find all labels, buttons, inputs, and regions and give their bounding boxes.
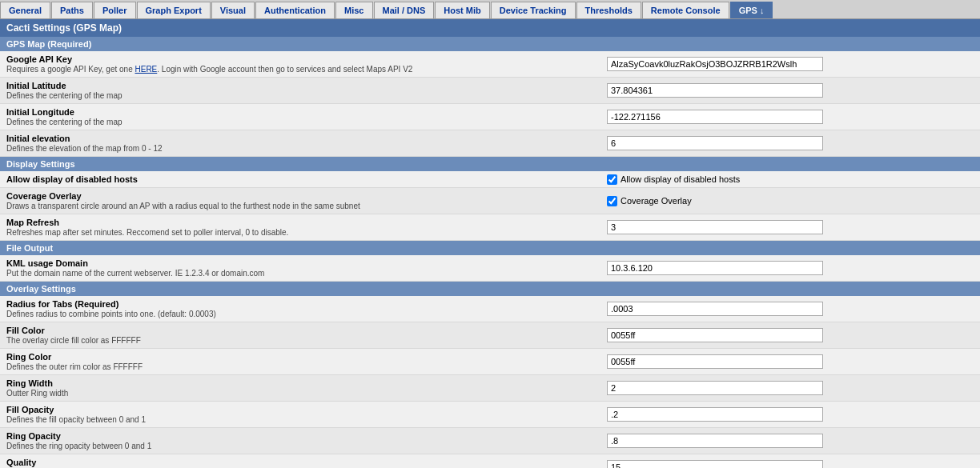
label-title-allow-disabled-hosts: Allow display of disabled hosts bbox=[6, 174, 138, 184]
input-initial-elevation[interactable] bbox=[607, 136, 823, 150]
label-title-radius-for-tabs: Radius for Tabs (Required) bbox=[6, 299, 118, 309]
tab-remote-console[interactable]: Remote Console bbox=[642, 2, 729, 18]
checkbox-label-coverage-overlay: Coverage Overlay bbox=[621, 196, 692, 206]
label-title-initial-longitude: Initial Longitude bbox=[6, 107, 74, 117]
label-desc-ring-opacity: Defines the ring opacity between 0 and 1 bbox=[6, 442, 594, 450]
settings-row-quality: Qualitynumber of divisions in circle (pr… bbox=[0, 454, 980, 469]
settings-row-coverage-overlay: Coverage OverlayDraws a transparent circ… bbox=[0, 188, 980, 214]
tab-poller[interactable]: Poller bbox=[94, 2, 136, 18]
checkbox-label-allow-disabled-hosts: Allow display of disabled hosts bbox=[621, 174, 740, 184]
label-title-ring-width: Ring Width bbox=[6, 378, 53, 388]
input-initial-longitude[interactable] bbox=[607, 110, 823, 124]
label-desc-initial-longitude: Defines the centering of the map bbox=[6, 118, 594, 126]
label-desc-radius-for-tabs: Defines radius to combine points into on… bbox=[6, 310, 594, 318]
page-title: Cacti Settings (GPS Map) bbox=[0, 19, 980, 37]
settings-row-fill-color: Fill ColorThe overlay circle fill color … bbox=[0, 322, 980, 349]
settings-row-google-api-key: Google API KeyRequires a google API Key,… bbox=[0, 51, 980, 78]
input-fill-opacity[interactable] bbox=[607, 407, 823, 422]
tab-misc[interactable]: Misc bbox=[335, 2, 372, 18]
settings-table-overlay-settings: Radius for Tabs (Required)Defines radius… bbox=[0, 296, 980, 468]
label-desc-google-api-key: Requires a google API Key, get one HERE.… bbox=[6, 65, 594, 74]
checkbox-coverage-overlay[interactable] bbox=[607, 196, 617, 206]
label-title-fill-opacity: Fill Opacity bbox=[6, 405, 54, 414]
settings-row-kml-usage-domain: KML usage DomainPut the domain name of t… bbox=[0, 255, 980, 282]
input-ring-width[interactable] bbox=[607, 381, 823, 395]
label-desc-map-refresh: Refreshes map after set minutes. Reccome… bbox=[6, 228, 594, 237]
settings-row-ring-color: Ring ColorDefines the outer rim color as… bbox=[0, 349, 980, 375]
input-kml-usage-domain[interactable] bbox=[607, 261, 823, 275]
label-title-fill-color: Fill Color bbox=[6, 326, 45, 335]
tab-visual[interactable]: Visual bbox=[211, 2, 255, 18]
label-desc-ring-color: Defines the outer rim color as FFFFFF bbox=[6, 362, 594, 371]
label-title-google-api-key: Google API Key bbox=[6, 54, 72, 64]
tab-paths[interactable]: Paths bbox=[51, 2, 93, 18]
settings-table-gps-map-required: Google API KeyRequires a google API Key,… bbox=[0, 51, 980, 157]
settings-row-initial-elevation: Initial elevationDefines the elevation o… bbox=[0, 130, 980, 157]
label-desc-ring-width: Outter Ring width bbox=[6, 389, 594, 398]
label-title-ring-opacity: Ring Opacity bbox=[6, 431, 61, 441]
settings-table-file-output: KML usage DomainPut the domain name of t… bbox=[0, 255, 980, 282]
input-fill-color[interactable] bbox=[607, 328, 823, 342]
settings-row-initial-longitude: Initial LongitudeDefines the centering o… bbox=[0, 104, 980, 130]
tab-general[interactable]: General bbox=[0, 2, 50, 18]
input-quality[interactable] bbox=[607, 460, 823, 468]
tab-device-tracking[interactable]: Device Tracking bbox=[491, 2, 576, 18]
label-title-initial-elevation: Initial elevation bbox=[6, 134, 70, 143]
label-title-ring-color: Ring Color bbox=[6, 352, 51, 362]
label-desc-fill-opacity: Defines the fill opacity between 0 and 1 bbox=[6, 415, 594, 424]
settings-table-display-settings: Allow display of disabled hostsAllow dis… bbox=[0, 171, 980, 241]
settings-row-initial-latitude: Initial LatitudeDefines the centering of… bbox=[0, 78, 980, 104]
section-header-gps-map-required: GPS Map (Required) bbox=[0, 37, 980, 51]
section-header-display-settings: Display Settings bbox=[0, 157, 980, 171]
tab-bar: GeneralPathsPollerGraph ExportVisualAuth… bbox=[0, 0, 980, 19]
settings-row-ring-width: Ring WidthOutter Ring width bbox=[0, 375, 980, 402]
label-desc-fill-color: The overlay circle fill color as FFFFFF bbox=[6, 336, 594, 345]
tab-mail---dns[interactable]: Mail / DNS bbox=[374, 2, 435, 18]
label-desc-initial-latitude: Defines the centering of the map bbox=[6, 91, 594, 100]
label-title-kml-usage-domain: KML usage Domain bbox=[6, 258, 88, 268]
tab-host-mib[interactable]: Host Mib bbox=[435, 2, 489, 18]
settings-row-radius-for-tabs: Radius for Tabs (Required)Defines radius… bbox=[0, 296, 980, 322]
settings-row-map-refresh: Map RefreshRefreshes map after set minut… bbox=[0, 214, 980, 241]
settings-row-allow-disabled-hosts: Allow display of disabled hostsAllow dis… bbox=[0, 171, 980, 188]
tab-authentication[interactable]: Authentication bbox=[255, 2, 335, 18]
label-desc-kml-usage-domain: Put the domain name of the current webse… bbox=[6, 269, 594, 278]
settings-row-fill-opacity: Fill OpacityDefines the fill opacity bet… bbox=[0, 402, 980, 428]
input-radius-for-tabs[interactable] bbox=[607, 302, 823, 316]
tab-graph-export[interactable]: Graph Export bbox=[137, 2, 211, 18]
checkbox-allow-disabled-hosts[interactable] bbox=[607, 174, 617, 185]
section-header-overlay-settings: Overlay Settings bbox=[0, 282, 980, 296]
label-title-initial-latitude: Initial Latitude bbox=[6, 81, 66, 90]
here-link[interactable]: HERE bbox=[135, 65, 157, 74]
label-title-quality: Quality bbox=[6, 458, 36, 467]
label-title-coverage-overlay: Coverage Overlay bbox=[6, 191, 82, 201]
input-google-api-key[interactable] bbox=[607, 57, 823, 71]
settings-row-ring-opacity: Ring OpacityDefines the ring opacity bet… bbox=[0, 428, 980, 454]
input-ring-color[interactable] bbox=[607, 354, 823, 369]
label-title-map-refresh: Map Refresh bbox=[6, 218, 59, 227]
input-map-refresh[interactable] bbox=[607, 220, 823, 234]
tab-thresholds[interactable]: Thresholds bbox=[576, 2, 641, 18]
tab-gps-↓[interactable]: GPS ↓ bbox=[730, 2, 773, 18]
label-desc-initial-elevation: Defines the elevation of the map from 0 … bbox=[6, 144, 594, 153]
label-desc-coverage-overlay: Draws a transparent circle around an AP … bbox=[6, 202, 594, 210]
input-ring-opacity[interactable] bbox=[607, 434, 823, 448]
input-initial-latitude[interactable] bbox=[607, 83, 823, 98]
section-header-file-output: File Output bbox=[0, 241, 980, 255]
